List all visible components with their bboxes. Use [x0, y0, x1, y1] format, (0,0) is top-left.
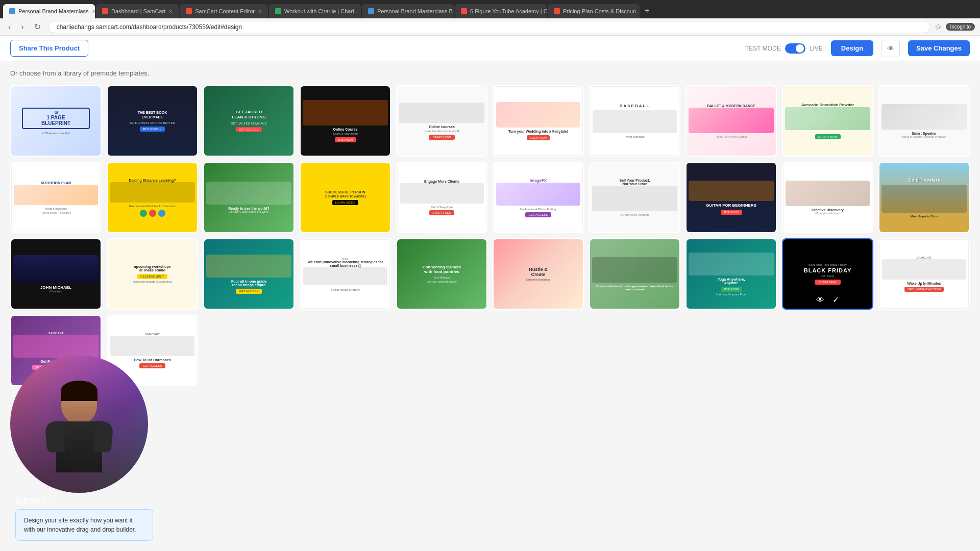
tab-favicon-1: [9, 8, 15, 14]
tab-samcart-content-editor[interactable]: SamCart Content Editor ✕: [180, 4, 268, 18]
template-card-30[interactable]: SAMCART Wake Up In Minutes GET INSTANT A…: [878, 238, 970, 310]
tooltip-box: Design your site exactly how you want it…: [15, 509, 153, 541]
browser-actions: ☆ Incognito: [935, 22, 975, 32]
template-card-27[interactable]: Conversations with change-makers committ…: [589, 238, 680, 310]
template-card-16[interactable]: ImageFX Professional Photo Editing GET A…: [493, 162, 584, 233]
template-card-5[interactable]: Online courses from the best in the worl…: [396, 85, 487, 157]
save-changes-button[interactable]: Save Changes: [908, 40, 970, 56]
preview-button[interactable]: 👁: [881, 40, 900, 57]
tab-dashboard-samcart[interactable]: Dashboard | SamCart ✕: [96, 4, 179, 18]
subtitle-text: Or choose from a library of premode temp…: [10, 69, 970, 77]
tab-pricing-plan[interactable]: Pricing Plan Costs & Discoun... ✕: [548, 4, 640, 18]
tab-favicon-7: [554, 8, 560, 14]
tab-close-2[interactable]: ✕: [168, 9, 173, 14]
app-header: Share This Product TEST MODE LIVE Design…: [0, 36, 980, 61]
template-card-24[interactable]: Blog We craft [innovative marketing stra…: [300, 238, 391, 310]
reload-button[interactable]: ↻: [31, 21, 44, 33]
tab-personal-brand-masterclass[interactable]: Personal Brand Masterclass ✕: [3, 4, 95, 18]
tab-favicon-6: [461, 8, 467, 14]
browser-tabs: Personal Brand Masterclass ✕ Dashboard |…: [0, 0, 980, 18]
template-card-1[interactable]: ☑ 1 PAGE BLUEPRINT ✓ Blueprint checklist: [10, 85, 102, 157]
test-mode-label: TEST MODE: [745, 45, 781, 52]
check-overlay-icon[interactable]: ✓: [832, 295, 839, 305]
template-card-10[interactable]: Smart Speaker Small in stature, serious …: [878, 85, 970, 157]
test-mode-area: TEST MODE LIVE: [745, 43, 823, 54]
template-card-8[interactable]: BALLET & MODERN DANCE Hello I am Anya Ga…: [685, 85, 777, 157]
template-card-19[interactable]: Creative Discovery What you will learn: [782, 162, 873, 233]
design-button[interactable]: Design: [831, 40, 873, 56]
incognito-badge: Incognito: [946, 23, 975, 31]
template-card-9[interactable]: Avocado Smoothie Powder ORDER NOW: [782, 85, 873, 157]
toggle-knob: [796, 44, 804, 53]
share-product-button[interactable]: Share This Product: [10, 40, 88, 57]
template-card-11[interactable]: NUTRITION PLAN What's included • Meal pl…: [10, 162, 102, 233]
template-card-20[interactable]: Bold Travelers Most Popular Trips: [878, 162, 970, 233]
template-card-17[interactable]: Sell Your Product,Not Your Store eCommer…: [589, 162, 680, 233]
template-card-26[interactable]: Hustle &Create Creative business: [493, 238, 584, 310]
tab-favicon-2: [102, 8, 108, 14]
template-card-23[interactable]: Four all-in-one guidefor all things cryp…: [203, 238, 295, 310]
tab-personal-brand-masterclass-b[interactable]: Personal Brand Masterclass B... ✕: [362, 4, 454, 18]
new-tab-button[interactable]: +: [641, 6, 653, 15]
template-card-14[interactable]: SUCCESSFUL PERSON 2 SIMPLE WAYS TO [MORE…: [300, 162, 391, 233]
forward-button[interactable]: ›: [18, 21, 27, 33]
template-card-12[interactable]: Dealing Distance Learning? Pre-planned M…: [107, 162, 198, 233]
template-card-6[interactable]: Turn your Wedding into a Fairytale! BOOK…: [493, 85, 584, 157]
bookmark-icon[interactable]: ☆: [935, 22, 942, 32]
step-label: 2) EDIT T...: [15, 497, 153, 505]
template-overlay-29: 👁 ✓: [783, 291, 872, 309]
template-card-18[interactable]: GUITAR FOR BEGINNERS JOIN NOW: [685, 162, 777, 233]
template-card-4[interactable]: Online Course Sales & Marketing JOIN NOW: [300, 85, 391, 157]
test-mode-toggle[interactable]: [785, 43, 805, 54]
template-card-15[interactable]: Engage More Clients Our 3 Step Plan STAR…: [396, 162, 487, 233]
template-card-13[interactable]: Ready to see the world? Let the Guide gu…: [203, 162, 295, 233]
template-card-28[interactable]: Yoga Anywhere,Anytime JOIN NOW Calming V…: [685, 238, 777, 310]
back-button[interactable]: ‹: [5, 21, 14, 33]
tab-favicon-3: [186, 8, 192, 14]
template-card-29[interactable]: Save 50% This Black Friday BLACK FRIDAY …: [782, 238, 873, 310]
browser-address-bar: ‹ › ↻ ☆ Incognito: [0, 18, 980, 36]
tab-close-1[interactable]: ✕: [92, 9, 95, 14]
browser-chrome: Personal Brand Masterclass ✕ Dashboard |…: [0, 0, 980, 36]
template-card-3[interactable]: GET JACKEDLEAN & STRONG GET JACKED AT MY…: [203, 85, 295, 157]
video-circle: [10, 355, 148, 493]
template-card-2[interactable]: THE BEST BOOKEVER MADE BE THE BEST AND D…: [107, 85, 198, 157]
tab-close-3[interactable]: ✕: [258, 9, 262, 14]
tab-workout-charlie[interactable]: Workout with Charlie | Charl... ✕: [269, 4, 361, 18]
template-card-22[interactable]: upcoming workshopsat snake studio RESERV…: [107, 238, 198, 310]
preview-overlay-icon[interactable]: 👁: [816, 295, 824, 305]
live-label: LIVE: [810, 45, 823, 52]
template-grid: ☑ 1 PAGE BLUEPRINT ✓ Blueprint checklist…: [10, 85, 970, 386]
video-person: [10, 355, 148, 493]
template-card-21[interactable]: JOHN MICHAEL Checkout: [10, 238, 102, 310]
tab-6-figure-youtube[interactable]: 6 Figure YouTube Academy | C... ✕: [455, 4, 547, 18]
template-card-7[interactable]: BASEBALL Taylor McMillan: [589, 85, 680, 157]
url-input[interactable]: [48, 21, 931, 33]
tab-favicon-5: [368, 8, 374, 14]
tab-favicon-4: [275, 8, 281, 14]
video-overlay: 2) EDIT T... Design your site exactly ho…: [10, 355, 158, 541]
template-card-25[interactable]: Connecting farmerswith food pantries Our…: [396, 238, 487, 310]
